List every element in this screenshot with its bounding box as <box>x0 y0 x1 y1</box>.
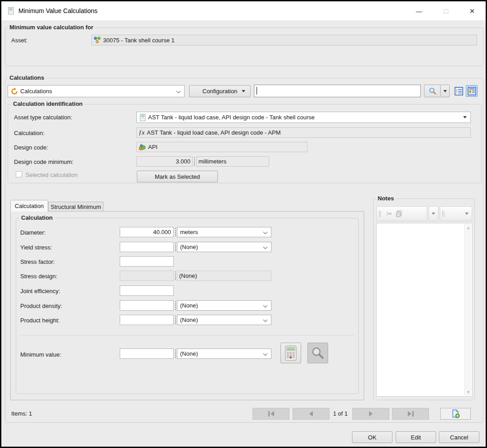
cancel-button-label: Cancel <box>450 434 468 441</box>
arrow-left-icon <box>271 411 274 416</box>
identification-groupbox-title: Calculation identification <box>11 100 85 107</box>
last-record-icon <box>412 411 414 416</box>
minimum-value-unit-value: (None) <box>180 350 198 357</box>
search-icon <box>428 87 437 95</box>
tab-structural-minimum[interactable]: Structural Minimum <box>48 202 104 212</box>
design-code-minimum-unit: millimeters <box>198 158 226 165</box>
stress-design-input <box>120 271 174 281</box>
diameter-input[interactable] <box>120 227 174 237</box>
report-document-icon <box>7 7 14 14</box>
calculation-family-combobox[interactable]: Calculations <box>8 85 185 97</box>
detail-view-icon <box>468 87 476 95</box>
asset-hierarchy-icon <box>94 36 101 44</box>
cancel-button[interactable]: Cancel <box>439 431 479 443</box>
text-caret <box>257 87 257 95</box>
product-density-unit-combobox[interactable]: (None) <box>177 300 271 311</box>
dropdown-arrow-icon <box>432 213 435 215</box>
notes-toolbar-overflow-button[interactable] <box>428 206 438 221</box>
asset-field: 30075 - Tank shell course 1 <box>91 35 477 45</box>
magnifier-icon <box>311 346 325 360</box>
dropdown-arrow-icon <box>463 116 467 118</box>
asset-value: 30075 - Tank shell course 1 <box>103 37 175 44</box>
field-splitter <box>194 157 195 166</box>
lookup-button <box>307 343 328 363</box>
arrow-left-icon <box>309 411 313 416</box>
product-height-unit-value: (None) <box>180 317 198 323</box>
chevron-down-icon <box>263 303 268 308</box>
yield-stress-unit-combobox[interactable]: (None) <box>177 242 271 252</box>
scroll-up-icon[interactable]: ▲ <box>464 224 472 231</box>
window-title: Minimum Value Calculations <box>18 1 98 20</box>
stress-design-unit-field: (None) <box>177 271 271 281</box>
mark-as-selected-button[interactable]: Mark as Selected <box>137 171 218 182</box>
detail-view-button[interactable] <box>466 85 478 97</box>
calculation-label: Calculation: <box>14 130 45 136</box>
copy-icon[interactable] <box>395 210 403 217</box>
selected-calculation-label: Selected calculation <box>26 172 78 178</box>
scroll-down-icon[interactable]: ▼ <box>464 388 472 396</box>
mark-as-selected-label: Mark as Selected <box>155 173 200 180</box>
list-view-icon <box>455 87 463 95</box>
minimum-value-input[interactable] <box>120 348 174 359</box>
notes-textarea[interactable]: ▲ ▼ <box>376 223 473 397</box>
dropdown-arrow-icon[interactable] <box>465 213 469 215</box>
notes-groupbox-title: Notes <box>376 195 396 202</box>
calculation-family-value: Calculations <box>20 88 52 95</box>
list-view-button[interactable] <box>453 85 464 97</box>
diameter-unit-combobox[interactable]: meters <box>177 227 271 237</box>
search-options-arrow-button[interactable] <box>440 85 450 97</box>
stress-design-unit-value: (None) <box>179 272 197 279</box>
configuration-dropdown-button[interactable]: Configuration <box>189 85 251 97</box>
record-position: 1 of 1 <box>333 410 348 417</box>
product-height-label: Product height: <box>20 317 59 324</box>
product-height-input[interactable] <box>120 315 174 325</box>
field-splitter <box>175 243 176 251</box>
search-input[interactable] <box>254 85 421 97</box>
tab-calculation[interactable]: Calculation <box>10 200 48 212</box>
minimum-value-unit-combobox[interactable]: (None) <box>177 348 271 359</box>
asset-type-calculation-combobox[interactable]: AST Tank - liquid load case, API design … <box>136 112 471 123</box>
dialog-minimum-value-calculations: Minimum Value Calculations — ☐ ✕ Minimum… <box>0 0 487 448</box>
field-splitter <box>175 316 176 324</box>
yield-stress-input[interactable] <box>120 242 174 252</box>
calculator-icon <box>285 345 297 361</box>
toolbar-grip-icon <box>442 211 444 217</box>
product-density-input[interactable] <box>120 300 174 311</box>
close-button[interactable]: ✕ <box>462 5 482 18</box>
stress-factor-input[interactable] <box>120 256 174 267</box>
joint-efficiency-label: Joint efficiency: <box>20 288 60 294</box>
yield-stress-label: Yield stress: <box>20 244 52 251</box>
calculations-family-icon <box>11 88 18 95</box>
chevron-down-icon <box>263 317 268 322</box>
design-code-balls-icon <box>139 144 146 151</box>
edit-button[interactable]: Edit <box>396 431 436 443</box>
calculation-field: ƒx AST Tank - liquid load case, API desi… <box>136 127 471 138</box>
joint-efficiency-input[interactable] <box>120 285 174 296</box>
toolbar-grip-icon <box>379 211 381 217</box>
design-code-minimum-label: Design code minimum: <box>14 158 73 165</box>
search-button[interactable] <box>424 85 441 97</box>
design-code-label: Design code: <box>14 144 48 151</box>
yield-stress-unit-value: (None) <box>180 244 198 250</box>
edit-button-label: Edit <box>411 434 421 441</box>
product-density-label: Product density: <box>20 303 62 309</box>
ok-button-label: OK <box>368 434 377 441</box>
product-height-unit-combobox[interactable]: (None) <box>177 315 271 325</box>
design-code-field: API <box>136 142 307 152</box>
cut-icon[interactable]: ✂ <box>387 210 392 218</box>
field-splitter <box>175 349 176 358</box>
ok-button[interactable]: OK <box>352 431 392 443</box>
chevron-down-icon <box>263 230 268 234</box>
asset-groupbox-title: Minimum value calculation for <box>8 24 95 31</box>
maximize-button: ☐ <box>436 5 456 18</box>
calculate-button[interactable] <box>280 343 301 363</box>
add-document-icon <box>451 409 460 418</box>
asset-groupbox <box>5 27 483 66</box>
arrow-right-icon <box>408 411 411 416</box>
dropdown-arrow-icon <box>242 90 245 92</box>
chevron-down-icon <box>263 351 268 356</box>
minimize-button[interactable]: — <box>409 5 429 18</box>
field-splitter <box>175 272 176 280</box>
add-record-button[interactable] <box>440 408 471 420</box>
notes-scrollbar[interactable]: ▲ ▼ <box>464 224 472 396</box>
